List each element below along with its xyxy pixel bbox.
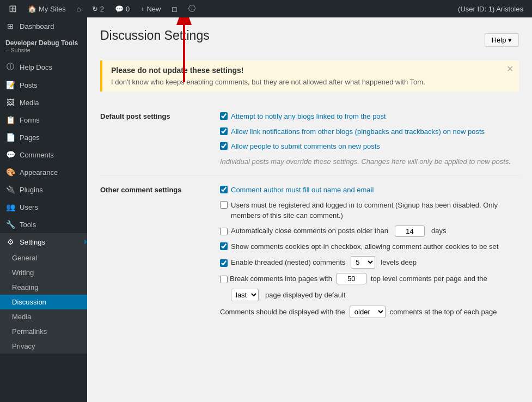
notice-text: I don't know who keeps enabling comments… xyxy=(111,78,510,86)
notice-title: Please do not update these settings! xyxy=(111,66,510,75)
notice-close-button[interactable]: ✕ xyxy=(506,65,513,74)
cookies-opt-in-label[interactable]: Show comments cookies opt-in checkbox, a… xyxy=(231,241,498,252)
comment-order-label-before: Comments should be displayed with the xyxy=(220,307,345,318)
sidebar-item-users[interactable]: 👥 Users xyxy=(0,198,87,216)
dashboard-icon: ⊞ xyxy=(5,22,15,31)
forms-icon: 📋 xyxy=(5,115,15,124)
submenu-reading[interactable]: Reading xyxy=(0,280,87,295)
appearance-icon: 🎨 xyxy=(5,168,15,176)
submenu-general[interactable]: General xyxy=(0,251,87,265)
sidebar-item-plugins[interactable]: 🔌 Plugins xyxy=(0,181,87,198)
help-docs-icon: ⓘ xyxy=(5,62,15,72)
new-link[interactable]: + New xyxy=(136,0,165,17)
threaded-comments-line: Enable threaded (nested) comments 5 234 … xyxy=(220,256,519,269)
threaded-comments-checkbox[interactable] xyxy=(220,259,228,267)
page-icon: ◻ xyxy=(172,5,178,13)
break-pages-checkbox[interactable] xyxy=(220,276,228,283)
comment-icon: 💬 xyxy=(115,5,124,13)
allow-comments-label[interactable]: Allow people to submit comments on new p… xyxy=(231,141,380,152)
notify-blogs-line: Attempt to notify any blogs linked to fr… xyxy=(220,111,519,122)
sidebar-item-appearance[interactable]: 🎨 Appearance xyxy=(0,163,87,181)
auto-close-checkbox[interactable] xyxy=(220,228,228,235)
other-comment-settings-row: Other comment settings Comment author mu… xyxy=(100,176,519,327)
tools-icon: 🔧 xyxy=(5,220,15,229)
break-pages-count-input[interactable] xyxy=(337,273,366,284)
sidebar-item-pages[interactable]: 📄 Pages xyxy=(0,129,87,146)
auto-close-days-label: days xyxy=(431,226,446,236)
home-icon: ⌂ xyxy=(77,5,81,13)
sidebar-item-media[interactable]: 🖼 Media xyxy=(0,94,87,111)
threaded-comments-depth-select[interactable]: 5 234 678910 xyxy=(351,256,375,269)
default-post-settings-controls: Attempt to notify any blogs linked to fr… xyxy=(220,111,519,167)
users-icon: 👥 xyxy=(5,203,15,211)
break-pages-label-after: top level comments per page and the xyxy=(371,273,487,284)
default-post-settings-row: Default post settings Attempt to notify … xyxy=(100,102,519,176)
submenu-permalinks[interactable]: Permalinks xyxy=(0,324,87,339)
sidebar-item-dev-debug[interactable]: Developer Debug Tools – Subsite xyxy=(0,35,87,58)
comments-nav-icon: 💬 xyxy=(5,150,15,159)
comment-order-label-after: comments at the top of each page xyxy=(390,307,497,318)
link-notifications-checkbox[interactable] xyxy=(220,127,228,135)
main-wrapper: Discussion Settings Help ▾ Please do not… xyxy=(100,28,519,327)
pages-icon: 📄 xyxy=(5,133,15,142)
my-sites[interactable]: 🏠 My Sites xyxy=(23,0,70,17)
settings-submenu: General Writing Reading Discussion Media… xyxy=(0,251,87,354)
page-title: Discussion Settings xyxy=(100,28,210,43)
info-link[interactable]: ⓘ xyxy=(184,0,200,17)
registered-users-checkbox[interactable] xyxy=(220,201,228,209)
page-display-select[interactable]: lastfirst xyxy=(231,289,259,301)
sidebar: ⊞ Dashboard Developer Debug Tools – Subs… xyxy=(0,17,87,402)
sidebar-item-dashboard[interactable]: ⊞ Dashboard xyxy=(0,17,87,35)
posts-icon: 📝 xyxy=(5,81,15,89)
author-name-email-line: Comment author must fill out name and em… xyxy=(220,185,519,196)
sidebar-item-settings[interactable]: ⚙ Settings xyxy=(0,233,87,251)
settings-arrow-icon xyxy=(84,239,87,245)
threaded-comments-label-before[interactable]: Enable threaded (nested) comments xyxy=(231,257,345,268)
submenu-discussion[interactable]: Discussion xyxy=(0,295,87,309)
updates-icon: ↻ xyxy=(92,5,98,13)
comments-link[interactable]: 💬 0 xyxy=(111,0,134,17)
link-notifications-line: Allow link notifications from other blog… xyxy=(220,126,519,137)
comment-order-line: Comments should be displayed with the ol… xyxy=(220,306,519,318)
submenu-writing[interactable]: Writing xyxy=(0,265,87,280)
registered-users-label[interactable]: Users must be registered and logged in t… xyxy=(231,200,519,221)
author-name-email-label[interactable]: Comment author must fill out name and em… xyxy=(231,185,374,196)
sidebar-item-help-docs[interactable]: ⓘ Help Docs xyxy=(0,58,87,76)
plugins-icon: 🔌 xyxy=(5,185,15,194)
notify-blogs-checkbox[interactable] xyxy=(220,112,228,120)
allow-comments-checkbox[interactable] xyxy=(220,142,228,150)
notify-blogs-label[interactable]: Attempt to notify any blogs linked to fr… xyxy=(231,111,386,122)
break-pages-label-before[interactable]: Break comments into pages with xyxy=(230,273,332,284)
submenu-privacy[interactable]: Privacy xyxy=(0,339,87,354)
other-comment-settings-label: Other comment settings xyxy=(100,185,220,194)
other-comment-settings-controls: Comment author must fill out name and em… xyxy=(220,185,519,318)
home-link[interactable]: ⌂ xyxy=(72,0,85,17)
admin-bar: ⊞ 🏠 My Sites ⌂ ↻ 2 💬 0 + New ◻ ⓘ (User I… xyxy=(0,0,532,17)
wp-logo[interactable]: ⊞ xyxy=(4,0,21,17)
settings-icon: ⚙ xyxy=(5,237,15,246)
sidebar-item-tools[interactable]: 🔧 Tools xyxy=(0,216,87,233)
sidebar-item-comments[interactable]: 💬 Comments xyxy=(0,146,87,163)
main-content: Discussion Settings Help ▾ Please do not… xyxy=(87,17,532,402)
user-menu[interactable]: (User ID: 1) Aristoles xyxy=(454,5,528,13)
auto-close-label-before[interactable]: Automatically close comments on posts ol… xyxy=(231,226,388,236)
sidebar-item-forms[interactable]: 📋 Forms xyxy=(0,111,87,129)
auto-close-days-input[interactable] xyxy=(395,226,425,237)
submenu-media[interactable]: Media xyxy=(0,309,87,324)
auto-close-line: Automatically close comments on posts ol… xyxy=(220,226,519,237)
my-sites-icon: 🏠 xyxy=(28,5,36,13)
cookies-opt-in-line: Show comments cookies opt-in checkbox, a… xyxy=(220,241,519,252)
sidebar-item-posts[interactable]: 📝 Posts xyxy=(0,76,87,94)
info-icon: ⓘ xyxy=(188,4,195,14)
link-notifications-label[interactable]: Allow link notifications from other blog… xyxy=(231,126,485,137)
page-link[interactable]: ◻ xyxy=(167,0,182,17)
help-button[interactable]: Help ▾ xyxy=(485,33,519,47)
author-name-email-checkbox[interactable] xyxy=(220,186,228,193)
cookies-opt-in-checkbox[interactable] xyxy=(220,242,228,250)
break-pages-line: Break comments into pages with top level… xyxy=(220,273,519,284)
updates-link[interactable]: ↻ 2 xyxy=(88,0,108,17)
default-post-note: Individual posts may override these sett… xyxy=(220,156,519,167)
comment-order-select[interactable]: oldernewer xyxy=(350,306,386,318)
notice-box: Please do not update these settings! I d… xyxy=(100,60,519,92)
registered-users-line: Users must be registered and logged in t… xyxy=(220,200,519,221)
